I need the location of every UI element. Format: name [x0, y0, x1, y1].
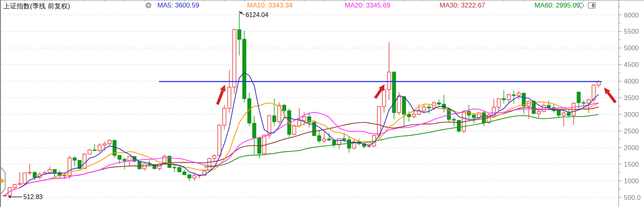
- candle: [73, 156, 76, 166]
- ma5-legend-label: MA5: 3600.59: [157, 2, 199, 9]
- candle: [98, 143, 101, 152]
- candle: [587, 99, 590, 113]
- chart-frame: [0, 0, 644, 207]
- candle: [452, 117, 455, 126]
- chart-toolbar: [578, 2, 596, 9]
- y-axis-tick-label: 3000: [624, 111, 639, 118]
- y-axis-tick-label: 6000: [624, 11, 639, 19]
- candle: [18, 172, 21, 186]
- candle: [228, 70, 231, 113]
- left-panel-handle[interactable]: [1, 167, 5, 194]
- ma20-legend-label: MA20: 3345.69: [345, 2, 390, 9]
- candle: [208, 158, 211, 171]
- candle: [48, 167, 51, 173]
- candle: [68, 156, 71, 179]
- candle: [113, 140, 116, 158]
- candle: [312, 120, 315, 136]
- candle: [272, 99, 276, 126]
- candle: [308, 112, 311, 127]
- y-axis-tick-label: 2000: [624, 144, 639, 152]
- candle: [422, 104, 425, 113]
- ma-lines: [5, 73, 599, 196]
- candle: [332, 139, 336, 148]
- diamond-tool-icon[interactable]: [578, 2, 585, 9]
- candle: [387, 42, 391, 100]
- low-annotation: 512.83: [8, 194, 43, 200]
- y-axis-tick-label: 3500: [624, 94, 639, 102]
- low-value-label: 512.83: [23, 194, 43, 200]
- candle: [338, 138, 341, 149]
- ma10-legend-label: MA10: 3343.34: [247, 2, 293, 9]
- y-axis-tick-label: 5500: [624, 28, 639, 35]
- candle: [173, 164, 176, 172]
- ma-line-ma5: [20, 73, 599, 188]
- stock-chart-app: 6124.04512.83600055005000450040003500300…: [0, 0, 644, 207]
- candle: [233, 29, 236, 94]
- peak-annotation: 6124.04: [240, 11, 268, 18]
- y-axis-tick-label: 1500: [624, 161, 639, 168]
- candle: [53, 169, 56, 179]
- candle: [522, 93, 525, 114]
- collapse-legend-button[interactable]: [145, 2, 151, 8]
- candle: [108, 139, 111, 145]
- page-title: 上证指数(季线 前复权): [3, 2, 70, 11]
- yellow-expand-arrow-icon: [1, 178, 5, 184]
- peak-value-label: 6124.04: [246, 11, 268, 18]
- candle: [193, 173, 196, 180]
- y-axis-tick-label: 2500: [624, 127, 639, 135]
- candle: [497, 99, 500, 111]
- candle: [512, 90, 515, 104]
- side-panel-toggle-icon[interactable]: [588, 2, 596, 9]
- candle: [28, 164, 31, 175]
- y-axis-tick-label: 4500: [624, 61, 639, 68]
- candle: [402, 97, 406, 127]
- candle: [572, 103, 575, 125]
- candle: [218, 124, 221, 156]
- candle: [352, 139, 355, 149]
- y-axis: 6000550050004500400035003000250020001500…: [619, 0, 641, 207]
- candle: [323, 132, 326, 143]
- candle: [223, 105, 226, 129]
- candle: [188, 174, 191, 180]
- candle: [253, 116, 256, 154]
- candle: [198, 175, 201, 179]
- candle: [138, 161, 141, 169]
- arrow-2025-current[interactable]: [604, 87, 616, 103]
- y-axis-tick-label: 500.0: [624, 194, 641, 201]
- candle: [143, 163, 146, 170]
- candle: [123, 158, 126, 170]
- candle: [58, 171, 61, 177]
- ma60-legend-label: MA60: 2995.09: [534, 2, 580, 9]
- candlestick-chart-canvas[interactable]: 6124.04512.83600055005000450040003500300…: [0, 0, 644, 207]
- ma-line-ma10: [5, 102, 599, 196]
- y-axis-tick-label: 4000: [624, 78, 639, 85]
- candle: [562, 111, 565, 126]
- candle: [183, 170, 186, 175]
- candle: [517, 91, 520, 100]
- candle: [437, 99, 440, 106]
- candle: [88, 149, 91, 155]
- candle: [502, 90, 505, 104]
- gridlines: [2, 15, 619, 198]
- candle: [238, 11, 241, 55]
- y-axis-tick-label: 5000: [624, 44, 639, 52]
- candle: [392, 72, 395, 120]
- annotation-arrows[interactable]: [217, 84, 616, 104]
- candles: [3, 11, 601, 197]
- candle: [442, 95, 446, 112]
- arrow-2007-breakout[interactable]: [217, 85, 225, 104]
- candle: [83, 153, 86, 169]
- candle: [178, 165, 181, 172]
- chevron-down-icon: [147, 5, 150, 7]
- ma30-legend-label: MA30: 3222.67: [440, 2, 485, 9]
- candle: [243, 31, 246, 103]
- candle: [347, 137, 351, 153]
- candle: [23, 173, 26, 185]
- candle: [317, 130, 321, 143]
- candle: [427, 105, 431, 114]
- y-axis-tick-label: 1000: [624, 177, 639, 185]
